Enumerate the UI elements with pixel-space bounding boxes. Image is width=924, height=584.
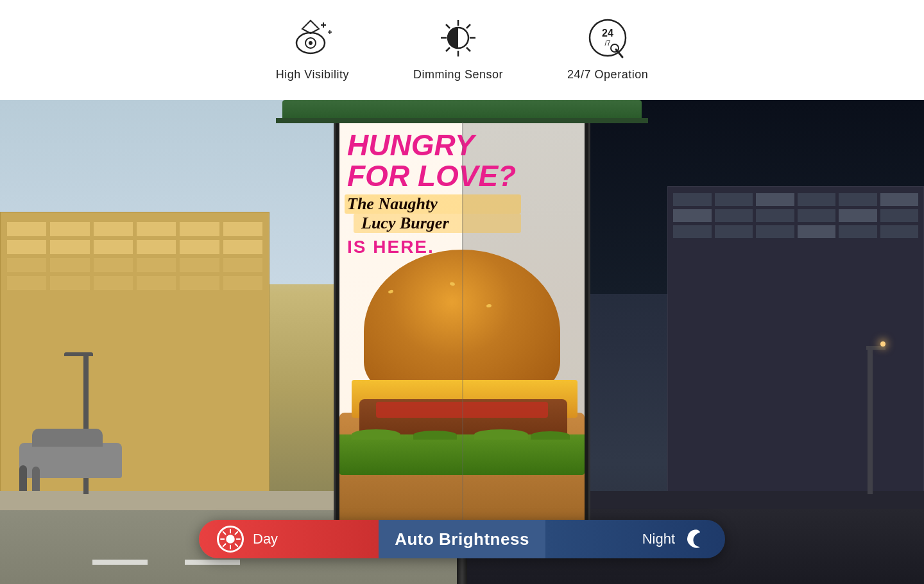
svg-line-14 xyxy=(466,24,470,28)
svg-point-21 xyxy=(611,44,619,52)
bar-night-label: Night xyxy=(642,531,675,547)
features-bar: High Visibility Dimming Sensor xyxy=(0,0,924,100)
feature-dimming-sensor: Dimming Sensor xyxy=(413,15,503,82)
svg-marker-3 xyxy=(302,21,319,33)
kiosk-unit: HUNGRY FOR LOVE? The Naughty Lucy Burger… xyxy=(334,100,590,584)
kiosk-screen: HUNGRY FOR LOVE? The Naughty Lucy Burger… xyxy=(339,122,585,521)
ad-headline-line2: FOR LOVE? xyxy=(347,160,516,191)
ad-text: HUNGRY FOR LOVE? The Naughty Lucy Burger… xyxy=(347,130,516,257)
svg-point-2 xyxy=(309,41,312,45)
svg-text:/7: /7 xyxy=(605,39,611,47)
svg-point-22 xyxy=(226,535,235,544)
moon-icon xyxy=(684,528,707,551)
feature-high-visibility: High Visibility xyxy=(276,15,349,82)
svg-line-15 xyxy=(446,47,450,51)
auto-brightness-label: Auto Brightness xyxy=(395,529,529,549)
screen-divider xyxy=(462,122,463,521)
svg-line-30 xyxy=(223,544,226,547)
bar-day-side: Day xyxy=(199,520,379,558)
ad-sub1: The Naughty xyxy=(347,194,438,213)
svg-line-27 xyxy=(223,532,226,535)
ad-headline-line1: HUNGRY xyxy=(347,130,516,160)
dimming-icon xyxy=(436,15,481,60)
feature-high-visibility-label: High Visibility xyxy=(276,68,349,82)
svg-line-12 xyxy=(446,24,450,28)
eye-icon xyxy=(290,15,335,60)
kiosk-frame: HUNGRY FOR LOVE? The Naughty Lucy Burger… xyxy=(334,116,590,527)
auto-brightness-bar: Day Auto Brightness Night xyxy=(199,520,725,558)
feature-247-operation-label: 24/7 Operation xyxy=(567,68,648,82)
247-icon: 24 /7 xyxy=(585,15,630,60)
feature-247-operation: 24 /7 24/7 Operation xyxy=(567,15,648,82)
ad-cta: IS HERE. xyxy=(347,237,516,257)
bar-center: Auto Brightness xyxy=(379,520,545,558)
svg-line-13 xyxy=(466,47,470,51)
feature-dimming-sensor-label: Dimming Sensor xyxy=(413,68,503,82)
main-scene: HUNGRY FOR LOVE? The Naughty Lucy Burger… xyxy=(0,100,924,584)
bar-day-label: Day xyxy=(253,531,278,547)
sun-icon xyxy=(217,526,244,553)
svg-line-29 xyxy=(235,532,238,535)
bar-night-side: Night xyxy=(545,520,725,558)
svg-line-28 xyxy=(235,544,238,547)
ad-sub2: Lucy Burger xyxy=(347,214,449,232)
svg-text:24: 24 xyxy=(602,28,613,39)
